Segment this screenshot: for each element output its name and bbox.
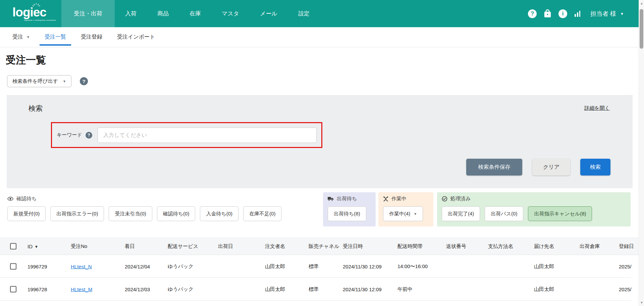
processed-buttons: 出荷完了(4) 出荷パス(0) 出荷指示キャンセル(8) — [442, 206, 626, 221]
column-header-delivery-service[interactable]: 配送サービス — [168, 243, 198, 250]
confirm-waiting-label: 確認待ち — [16, 196, 37, 202]
clear-button[interactable]: クリア — [532, 159, 570, 175]
page-help-icon[interactable]: ? — [80, 77, 88, 85]
working-buttons: 作業中(4) ▼ — [383, 206, 429, 221]
check-circle-icon — [442, 196, 447, 202]
working-label: 作業中 — [391, 196, 407, 202]
keyword-help-icon[interactable]: ? — [86, 132, 92, 139]
nav-item-mail[interactable]: メール — [250, 0, 288, 27]
cell-order-datetime: 2024/11/30 12:09 — [343, 286, 382, 292]
column-header-ship-date[interactable]: 出荷日 — [218, 243, 233, 250]
filter-ship-complete[interactable]: 出荷完了(4) — [442, 206, 480, 221]
search-button[interactable]: 検索 — [580, 159, 610, 175]
open-details-link[interactable]: 詳細を開く — [584, 105, 610, 111]
select-all-checkbox[interactable] — [10, 243, 16, 250]
cell-registered-date: 2025/ — [619, 286, 632, 292]
load-search-conditions-button[interactable]: 検索条件を呼び出す ▼ — [7, 75, 71, 87]
sort-desc-icon: ▼ — [35, 244, 38, 248]
table-header-row: ID ▼ 受注No 着日 配送サービス 出荷日 注文者名 販売チャネル 受注日時… — [0, 238, 639, 255]
chevron-down-icon: ▼ — [414, 212, 417, 216]
filter-confirm-waiting[interactable]: 確認待ち(0) — [157, 206, 196, 221]
cell-recipient-name: 山田太郎 — [534, 286, 554, 292]
scroll-down-icon[interactable]: ▼ — [639, 301, 644, 304]
top-navigation-bar: logiec logistics x enterprise connector … — [0, 0, 644, 27]
nav-item-inventory[interactable]: 在庫 — [179, 0, 211, 27]
tab-order-register[interactable]: 受注登録 — [81, 27, 102, 47]
column-header-orderer-name[interactable]: 注文者名 — [265, 243, 285, 250]
filter-out-of-stock[interactable]: 在庫不足(0) — [243, 206, 281, 221]
cell-delivery-time-window: 14:00〜16:00 — [397, 263, 428, 269]
logiec-logo[interactable]: logiec logistics x enterprise connector — [12, 0, 56, 27]
filter-ship-pass[interactable]: 出荷パス(0) — [485, 206, 523, 221]
cell-delivery-service: ゆうパック — [168, 286, 194, 292]
save-search-conditions-button[interactable]: 検索条件保存 — [466, 159, 522, 175]
column-header-delivery-time-window[interactable]: 配送時間帯 — [397, 243, 423, 250]
column-header-order-datetime[interactable]: 受注日時 — [343, 243, 363, 250]
filter-working-dropdown[interactable]: 作業中(4) ▼ — [383, 206, 423, 221]
chevron-down-icon: ▼ — [26, 35, 30, 39]
column-header-id-label: ID — [28, 244, 33, 249]
filter-payment-waiting[interactable]: 入金待ち(0) — [200, 206, 238, 221]
nav-item-orders-shipping[interactable]: 受注・出荷 — [61, 0, 115, 27]
column-header-order-no[interactable]: 受注No — [71, 243, 87, 250]
nav-item-master[interactable]: マスタ — [211, 0, 250, 27]
sub-navigation: 受注 ▼ 受注一覧 受注登録 受注インポート — [0, 27, 644, 47]
tab-order-list[interactable]: 受注一覧 — [45, 27, 66, 47]
user-label: 担当者 様 — [590, 10, 616, 18]
scroll-up-icon[interactable]: ▲ — [639, 2, 644, 5]
cell-orderer-name: 山田太郎 — [265, 286, 285, 292]
row-checkbox[interactable] — [10, 263, 16, 269]
column-header-registered-date[interactable]: 登録日 — [619, 243, 634, 250]
column-header-ship-warehouse[interactable]: 出荷倉庫 — [580, 243, 600, 250]
processed-label-row: 処理済み — [442, 196, 626, 202]
cell-delivery-service: ゆうパック — [168, 263, 194, 269]
row-checkbox[interactable] — [10, 286, 16, 292]
user-menu[interactable]: 担当者 様 ▼ — [590, 10, 624, 18]
confirm-waiting-buttons: 新規受付(0) 出荷指示エラー(0) 受注未引当(0) 確認待ち(0) 入金待ち… — [7, 206, 281, 221]
cell-arrival-date: 2024/12/04 — [125, 263, 150, 269]
waiting-ship-buttons: 出荷待ち(8) — [328, 206, 371, 221]
info-icon[interactable]: i — [558, 9, 567, 18]
working-label-row: 作業中 — [383, 196, 429, 202]
search-heading: 検索 — [29, 104, 43, 113]
column-header-recipient-name[interactable]: 届け先名 — [534, 243, 554, 250]
filter-ship-instruction-cancel[interactable]: 出荷指示キャンセル(8) — [528, 206, 592, 221]
help-icon[interactable]: ? — [528, 9, 537, 18]
column-header-payment-method[interactable]: 支払方法名 — [488, 243, 513, 250]
tab-order-import[interactable]: 受注インポート — [117, 27, 155, 47]
search-panel: 検索 詳細を開く キーワード ? 検索条件保存 クリア 検索 — [7, 95, 633, 188]
main-nav: 受注・出荷 入荷 商品 在庫 マスタ メール 設定 — [61, 0, 320, 27]
column-header-tracking-no[interactable]: 送状番号 — [446, 243, 466, 250]
waiting-ship-label-row: 出荷待ち — [328, 196, 371, 202]
orders-table: ID ▼ 受注No 着日 配送サービス 出荷日 注文者名 販売チャネル 受注日時… — [0, 238, 639, 306]
keyword-input[interactable] — [98, 128, 317, 143]
table-row: 1996728 HLtest_M 2024/12/03 ゆうパック 山田太郎 標… — [0, 278, 631, 301]
cell-order-datetime: 2024/11/30 12:09 — [343, 263, 382, 269]
column-header-sales-channel[interactable]: 販売チャネル — [309, 243, 339, 250]
filter-waiting-ship[interactable]: 出荷待ち(8) — [328, 206, 366, 221]
stats-bars-icon[interactable] — [574, 10, 581, 17]
order-section-dropdown[interactable]: 受注 ▼ — [12, 34, 30, 41]
nav-item-receiving[interactable]: 入荷 — [115, 0, 147, 27]
column-header-id[interactable]: ID ▼ — [28, 244, 38, 249]
page-title: 受注一覧 — [6, 53, 46, 67]
truck-icon — [328, 197, 334, 201]
cell-arrival-date: 2024/12/03 — [125, 286, 150, 292]
vertical-scrollbar[interactable]: ▲ ▼ — [639, 0, 644, 306]
bag-icon[interactable] — [544, 9, 551, 18]
column-header-arrival-date[interactable]: 着日 — [125, 243, 135, 250]
cell-order-no-link[interactable]: HLtest_M — [71, 286, 92, 292]
cell-id: 1996728 — [28, 286, 47, 292]
nav-item-products[interactable]: 商品 — [147, 0, 179, 27]
chevron-down-icon: ▼ — [63, 80, 66, 83]
scrollbar-thumb[interactable] — [640, 9, 643, 49]
nav-item-settings[interactable]: 設定 — [288, 0, 320, 27]
filter-order-unallocated[interactable]: 受注未引当(0) — [109, 206, 152, 221]
cell-delivery-time-window: 午前中 — [397, 286, 413, 292]
eye-icon — [7, 197, 13, 201]
filter-ship-instruction-error[interactable]: 出荷指示エラー(0) — [50, 206, 104, 221]
filter-new-reception[interactable]: 新規受付(0) — [7, 206, 46, 221]
table-row: 1996729 HLtest_N 2024/12/04 ゆうパック 山田太郎 標… — [0, 255, 631, 278]
cell-order-no-link[interactable]: HLtest_N — [71, 263, 92, 269]
chevron-down-icon: ▼ — [620, 12, 624, 16]
